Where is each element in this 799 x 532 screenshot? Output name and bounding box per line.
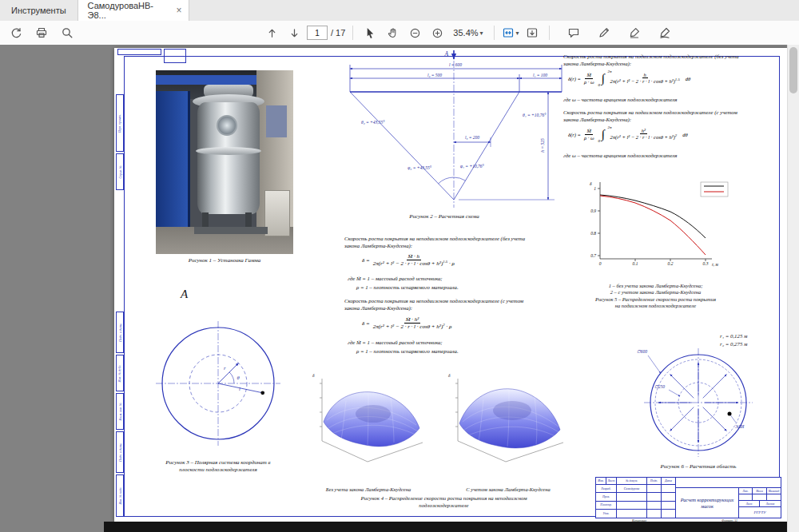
fig5-line-chart: δ 1 0.9 0.8 0.7 0 0.1 0.2 0.3 r, м (579, 174, 735, 282)
margin-label-podp-data-1: Подп. и дата (116, 312, 124, 353)
fig4-surface-right: δ (437, 364, 574, 472)
fig5-ytick-2: 0.9 (590, 208, 596, 213)
fig3-theta-label: θ (237, 375, 240, 380)
draw-pen-icon (658, 26, 671, 39)
stamp-label: Лит. (739, 488, 753, 494)
stamp-cell (662, 502, 676, 510)
stamp-label: Лист (606, 478, 617, 485)
fig2-angle-theta2: θ₂ = +43,55° (361, 120, 385, 125)
tab-document[interactable]: СамодуроваНВ-Э8... × (78, 0, 189, 21)
tab-tools[interactable]: Инструменты (0, 0, 78, 21)
stamp-box-top-1 (117, 49, 161, 55)
stamp-label: Подп. (647, 478, 662, 485)
fig3-source-dot (260, 391, 264, 395)
edit-button[interactable] (594, 23, 614, 42)
tab-close-icon[interactable]: × (177, 5, 182, 16)
fig2-angle-phi1: φ₁ = +10,76° (460, 164, 485, 169)
reading-mode-button[interactable] (523, 23, 542, 42)
fig2-dim-l2: l₂ = 500 (427, 73, 442, 77)
static-head-2: Скорость роста покрытия на неподвижном п… (344, 297, 565, 312)
fig2-angle-phi2: φ₂ = +43,55° (407, 165, 432, 170)
share-button[interactable] (6, 23, 26, 42)
photo-machine-left (156, 91, 190, 227)
fig3-r-label: r (224, 365, 226, 371)
select-tool-button[interactable] (360, 23, 380, 42)
static-note-2b: ρ = 1 – плотность испаряемого материала. (356, 347, 459, 355)
fig5-xlabel: r, м (712, 262, 718, 267)
fill-sign-button[interactable] (655, 23, 674, 42)
margin-label-inv-podl: Инв. № подл. (116, 474, 124, 517)
tab-bar: Инструменты СамодуроваНВ-Э8... × (0, 0, 799, 22)
photo-cabinet (264, 190, 290, 236)
static-note-2a: где Ṁ = 1 – массовый расход источника; (348, 339, 443, 346)
print-button[interactable] (32, 23, 51, 42)
zoom-level-dropdown[interactable]: 35.4% ▾ (450, 28, 486, 38)
arrow-up-icon (266, 27, 278, 39)
fig6-dia-outer-label: ∅600 (637, 349, 647, 354)
fig3-l-label: l (239, 386, 240, 391)
stamp-cell (739, 494, 753, 501)
search-button[interactable] (58, 23, 77, 42)
fig2-dim-h: h = 525 (540, 138, 545, 153)
stamp-label: Н.контр. (596, 502, 617, 510)
page-count-label: / 17 (331, 28, 345, 38)
fig6-caption: Рисунок 6 – Расчетная область (626, 463, 771, 470)
scrollbar-thumb[interactable] (789, 47, 797, 93)
cursor-icon (364, 27, 376, 39)
fig6-source-dot (728, 412, 732, 416)
zoom-level-value: 35.4% (453, 28, 478, 38)
static-note-1a: где Ṁ = 1 – массовый расход источника; (348, 275, 443, 282)
stamp-label: № докум. (617, 478, 647, 485)
stamp-label: Пров. (596, 493, 617, 501)
page-number-input[interactable] (307, 26, 328, 40)
fig1-caption: Рисунок 1 – Установка Гамма (148, 257, 301, 264)
margin-label-podp-data-2: Подп. и дата (116, 431, 124, 473)
margin-label-sprav: Справ. № (116, 153, 124, 190)
comment-icon (567, 26, 580, 39)
fig6-area-diagram: ∅600 ∅250 ЭЛИ (634, 343, 763, 462)
stamp-cell (617, 502, 647, 510)
moving-note-1: где ω – частота вращения подложкодержате… (563, 96, 677, 103)
static-note-1b: ρ = 1 – плотность испаряемого материала. (356, 284, 459, 291)
pencil-icon (598, 26, 610, 39)
zoom-in-button[interactable] (427, 23, 447, 42)
arrow-down-icon (288, 27, 300, 39)
margin-label-vzam-inv: Взам. инв. № (116, 393, 124, 430)
fig3-polar-diagram: r θ l (146, 312, 290, 455)
page-fit-dropdown[interactable]: ▾ (502, 26, 519, 39)
formula-moving-1: δ(r) = Ṁ ρ · ω ∫2π0 h 2π(r² + l² − 2 · r… (568, 72, 690, 85)
fig4-left-zlabel: δ (312, 373, 315, 378)
zoom-out-button[interactable] (405, 23, 424, 42)
stamp-cell (617, 510, 647, 518)
installation-photo (156, 70, 293, 254)
fig3-caption: Рисунок 3 – Полярная система координат в… (134, 459, 302, 474)
fountain-pen-icon (628, 26, 641, 39)
stamp-label: Разраб. (596, 485, 617, 493)
fig2-dim-l: l = 600 (449, 62, 462, 67)
vertical-scrollbar[interactable] (787, 45, 799, 532)
moving-note-2: где ω – частота вращения подложкодержате… (563, 152, 677, 159)
stamp-label: Утв. (596, 510, 617, 518)
fig4-surface-left: δ (304, 364, 431, 472)
fig4-caption: Рисунок 4 – Распределение скорости роста… (310, 495, 578, 510)
sign-button[interactable] (625, 23, 644, 42)
previous-page-button[interactable] (262, 23, 281, 42)
comment-button[interactable] (564, 23, 583, 42)
formula-static-2: δ = Ṁ · h² 2π(r² + l² − 2 · r · l · cosθ… (362, 316, 455, 330)
stamp-label: Дата (662, 478, 676, 485)
fig4-right-caption: С учетом закона Ламберта-Кнудсена (440, 486, 576, 493)
caret-down-icon: ▾ (516, 30, 519, 37)
fig5-curve-1 (600, 195, 706, 238)
fig2-scheme-diagram: A l = 600 l₂ = 500 l₁ = 100 l₃ = 200 h =… (342, 48, 570, 214)
fig5-ytick-1: 1 (594, 186, 596, 191)
fig6-dia-inner-label: ∅250 (654, 384, 665, 389)
stamp-cell (647, 510, 662, 518)
next-page-button[interactable] (284, 23, 304, 42)
stamp-cell (617, 493, 647, 501)
fig2-dim-l1: l₁ = 100 (533, 73, 547, 77)
photo-chamber-ring (196, 147, 261, 155)
hand-tool-button[interactable] (383, 23, 402, 42)
photo-cart (194, 227, 268, 234)
stamp-cell (662, 485, 676, 493)
moving-head-2: Скорость роста покрытия на подвижном под… (563, 109, 781, 123)
